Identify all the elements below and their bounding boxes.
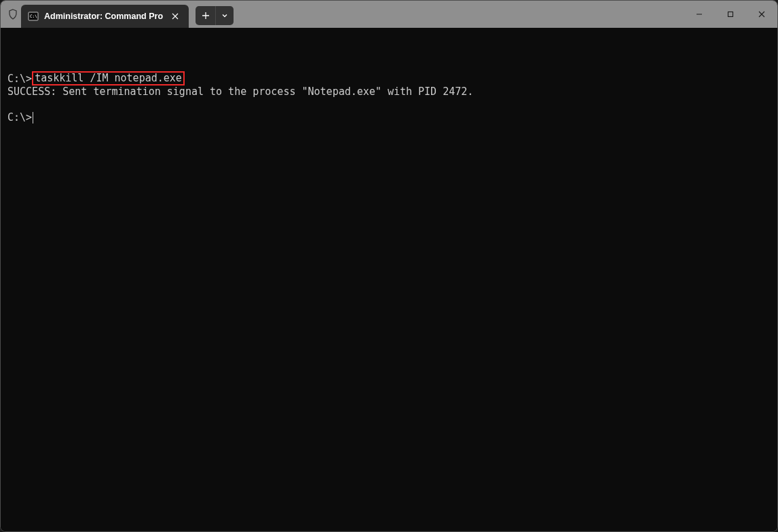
terminal-line: C:\> xyxy=(7,111,771,124)
cursor xyxy=(33,112,33,124)
shield-icon xyxy=(7,9,18,20)
prompt: C:\> xyxy=(7,73,32,85)
maximize-button[interactable] xyxy=(715,1,746,28)
titlebar-drag-region[interactable] xyxy=(234,1,684,28)
svg-rect-2 xyxy=(728,12,733,17)
titlebar[interactable]: C:\ Administrator: Command Pro xyxy=(1,1,777,28)
terminal-line: SUCCESS: Sent termination signal to the … xyxy=(7,86,771,98)
highlighted-command: taskkill /IM notepad.exe xyxy=(32,71,185,86)
terminal-body[interactable]: C:\>taskkill /IM notepad.exeSUCCESS: Sen… xyxy=(1,28,777,531)
tab-title: Administrator: Command Pro xyxy=(44,12,163,21)
close-button[interactable] xyxy=(746,1,777,28)
terminal-blank-line xyxy=(7,98,771,111)
titlebar-left xyxy=(1,1,18,28)
terminal-window: C:\ Administrator: Command Pro xyxy=(0,0,778,532)
tab-command-prompt[interactable]: C:\ Administrator: Command Pro xyxy=(21,5,189,28)
new-tab-group xyxy=(196,6,234,25)
tab-close-button[interactable] xyxy=(168,10,182,23)
prompt: C:\> xyxy=(7,111,32,124)
new-tab-dropdown[interactable] xyxy=(216,6,234,25)
svg-text:C:\: C:\ xyxy=(30,14,37,18)
window-controls xyxy=(684,1,777,28)
terminal-line: C:\>taskkill /IM notepad.exe xyxy=(7,73,771,86)
cmd-icon: C:\ xyxy=(28,11,39,22)
minimize-button[interactable] xyxy=(684,1,715,28)
new-tab-button[interactable] xyxy=(196,6,216,25)
